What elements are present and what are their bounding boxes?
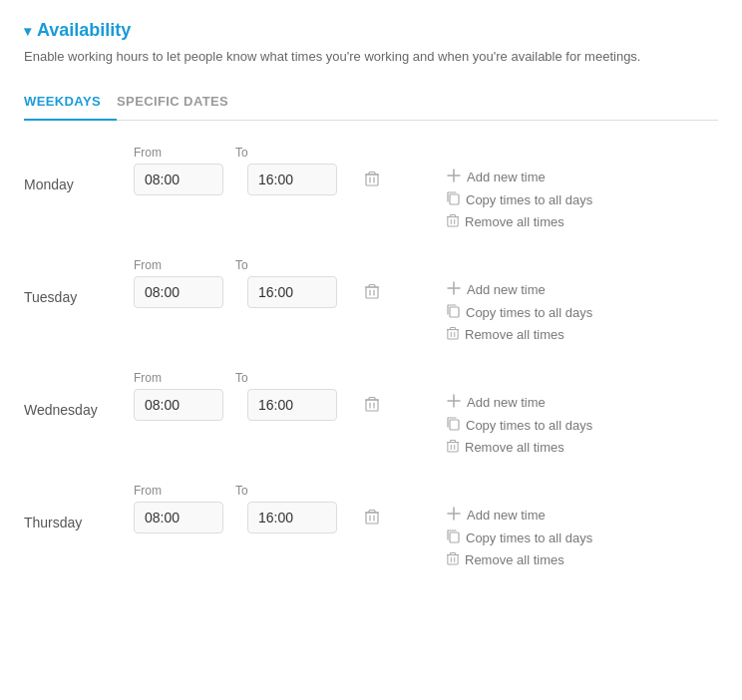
to-field-wrap: To bbox=[235, 484, 337, 533]
plus-icon bbox=[447, 507, 461, 524]
from-input[interactable] bbox=[134, 389, 223, 421]
trash-icon bbox=[447, 551, 459, 567]
remove-all-times-label: Remove all times bbox=[465, 552, 564, 567]
trash-icon bbox=[447, 213, 459, 229]
add-new-time-button[interactable]: Add new time bbox=[447, 394, 592, 411]
day-label-monday: Monday bbox=[24, 145, 134, 192]
from-label: From bbox=[134, 484, 223, 498]
copy-icon bbox=[447, 417, 460, 433]
to-label: To bbox=[235, 146, 337, 160]
svg-rect-7 bbox=[450, 420, 459, 430]
svg-rect-5 bbox=[448, 330, 458, 339]
plus-icon bbox=[447, 394, 461, 411]
day-label-thursday: Thursday bbox=[24, 483, 134, 530]
add-new-time-label: Add new time bbox=[467, 395, 546, 410]
section-title-text: Availability bbox=[37, 20, 131, 41]
day-actions-tuesday: Add new time Copy times to all days bbox=[447, 281, 592, 342]
copy-times-label: Copy times to all days bbox=[466, 305, 592, 320]
chevron-icon: ▾ bbox=[24, 23, 31, 39]
copy-times-button[interactable]: Copy times to all days bbox=[447, 529, 592, 545]
tab-specific-dates[interactable]: SPECIFIC DATES bbox=[117, 84, 244, 121]
svg-rect-8 bbox=[448, 443, 458, 452]
remove-all-times-label: Remove all times bbox=[465, 214, 564, 229]
to-input[interactable] bbox=[247, 276, 337, 308]
from-label: From bbox=[134, 258, 223, 272]
day-actions-wednesday: Add new time Copy times to all days bbox=[447, 394, 592, 455]
copy-icon bbox=[447, 304, 460, 320]
svg-rect-1 bbox=[450, 194, 459, 204]
copy-times-label: Copy times to all days bbox=[466, 418, 592, 433]
to-input[interactable] bbox=[247, 502, 337, 533]
remove-all-times-button[interactable]: Remove all times bbox=[447, 439, 592, 455]
time-pair: From To bbox=[134, 257, 387, 308]
copy-times-button[interactable]: Copy times to all days bbox=[447, 304, 592, 320]
tab-bar: WEEKDAYS SPECIFIC DATES bbox=[24, 84, 718, 121]
to-field-wrap: To bbox=[235, 146, 337, 195]
to-field-wrap: To bbox=[235, 258, 337, 308]
to-label: To bbox=[235, 484, 337, 498]
availability-section: ▾ Availability Enable working hours to l… bbox=[24, 20, 718, 567]
from-field-wrap: From bbox=[134, 484, 223, 533]
trash-icon bbox=[447, 326, 459, 342]
copy-icon bbox=[447, 191, 460, 207]
add-new-time-button[interactable]: Add new time bbox=[447, 507, 592, 524]
copy-icon bbox=[447, 529, 460, 545]
trash-icon bbox=[447, 439, 459, 455]
day-actions-thursday: Add new time Copy times to all days bbox=[447, 507, 592, 567]
time-pair: From To bbox=[134, 370, 387, 421]
svg-rect-2 bbox=[448, 217, 458, 226]
delete-time-button[interactable] bbox=[357, 165, 387, 195]
to-field-wrap: To bbox=[235, 371, 337, 421]
add-new-time-label: Add new time bbox=[467, 508, 546, 523]
svg-rect-3 bbox=[366, 287, 378, 298]
section-title: ▾ Availability bbox=[24, 20, 718, 41]
from-label: From bbox=[134, 371, 223, 385]
to-input[interactable] bbox=[247, 164, 337, 195]
remove-all-times-label: Remove all times bbox=[465, 440, 564, 455]
tab-weekdays[interactable]: WEEKDAYS bbox=[24, 84, 117, 121]
time-pair: From To bbox=[134, 145, 387, 195]
copy-times-button[interactable]: Copy times to all days bbox=[447, 417, 592, 433]
svg-rect-10 bbox=[450, 532, 459, 542]
from-label: From bbox=[134, 146, 223, 160]
remove-all-times-label: Remove all times bbox=[465, 327, 564, 342]
svg-rect-0 bbox=[366, 175, 378, 185]
day-row-thursday: Thursday From To bbox=[24, 483, 718, 567]
from-field-wrap: From bbox=[134, 146, 223, 195]
from-field-wrap: From bbox=[134, 371, 223, 421]
svg-rect-9 bbox=[366, 513, 378, 524]
time-group-wednesday: From To bbox=[134, 370, 387, 421]
time-group-thursday: From To bbox=[134, 483, 387, 533]
from-field-wrap: From bbox=[134, 258, 223, 308]
from-input[interactable] bbox=[134, 502, 223, 533]
add-new-time-label: Add new time bbox=[467, 170, 546, 184]
add-new-time-label: Add new time bbox=[467, 282, 546, 297]
svg-rect-6 bbox=[366, 400, 378, 411]
add-new-time-button[interactable]: Add new time bbox=[447, 169, 592, 185]
copy-times-button[interactable]: Copy times to all days bbox=[447, 191, 592, 207]
remove-all-times-button[interactable]: Remove all times bbox=[447, 326, 592, 342]
to-label: To bbox=[235, 371, 337, 385]
remove-all-times-button[interactable]: Remove all times bbox=[447, 551, 592, 567]
day-row-monday: Monday From To bbox=[24, 145, 718, 229]
svg-rect-11 bbox=[448, 555, 458, 564]
day-actions-monday: Add new time Copy times to all days bbox=[447, 169, 592, 229]
delete-time-button[interactable] bbox=[357, 390, 387, 421]
time-group-tuesday: From To bbox=[134, 257, 387, 308]
plus-icon bbox=[447, 169, 461, 185]
add-new-time-button[interactable]: Add new time bbox=[447, 281, 592, 298]
svg-rect-4 bbox=[450, 307, 459, 317]
time-pair: From To bbox=[134, 483, 387, 533]
plus-icon bbox=[447, 281, 461, 298]
copy-times-label: Copy times to all days bbox=[466, 192, 592, 207]
delete-time-button[interactable] bbox=[357, 503, 387, 533]
day-label-tuesday: Tuesday bbox=[24, 257, 134, 305]
day-row-wednesday: Wednesday From To bbox=[24, 370, 718, 455]
delete-time-button[interactable] bbox=[357, 277, 387, 308]
from-input[interactable] bbox=[134, 276, 223, 308]
from-input[interactable] bbox=[134, 164, 223, 195]
days-list: Monday From To bbox=[24, 145, 718, 567]
remove-all-times-button[interactable]: Remove all times bbox=[447, 213, 592, 229]
section-description: Enable working hours to let people know … bbox=[24, 49, 718, 64]
to-input[interactable] bbox=[247, 389, 337, 421]
